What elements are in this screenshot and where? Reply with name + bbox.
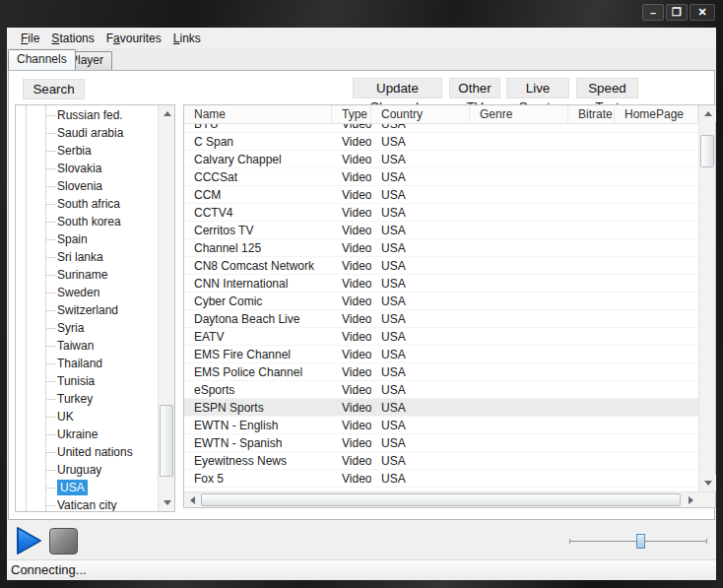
play-button[interactable] [15, 525, 44, 556]
tree-item-label: Taiwan [57, 339, 94, 353]
tree-item[interactable]: Switzerland [16, 301, 158, 319]
table-row[interactable]: Eyewitness NewsVideoUSA [184, 452, 698, 470]
tree-item[interactable]: Slovakia [16, 160, 158, 177]
table-row[interactable]: EMS Fire ChannelVideoUSA [184, 346, 698, 363]
stop-button[interactable] [49, 528, 78, 555]
table-row[interactable]: CCTV4VideoUSA [184, 204, 698, 222]
tree-item-label: UK [57, 410, 74, 424]
table-row[interactable]: Channel 125VideoUSA [184, 239, 698, 257]
cell-bitrate [568, 257, 615, 274]
column-header-country[interactable]: Country [371, 105, 470, 124]
tree-item[interactable]: Thailand [16, 355, 158, 372]
cell-bitrate [568, 399, 615, 416]
column-header-name[interactable]: Name [184, 105, 332, 124]
scroll-up-button[interactable] [699, 105, 716, 122]
table-row[interactable]: CN8 Comcast NetworkVideoUSA [184, 257, 698, 275]
tree-item[interactable]: Slovenia [16, 177, 158, 195]
table-row[interactable]: Daytona Beach LiveVideoUSA [184, 310, 698, 328]
tree-item-label: Saudi arabia [57, 126, 123, 140]
table-row[interactable]: C SpanVideoUSA [184, 133, 698, 151]
tree-scrollbar[interactable] [158, 105, 174, 511]
column-header-genre[interactable]: Genre [470, 105, 568, 124]
table-row[interactable]: CCMVideoUSA [184, 186, 698, 204]
search-button[interactable]: Search [23, 79, 85, 99]
table-row[interactable]: eSportsVideoUSA [184, 381, 698, 399]
tree-item[interactable]: Tunisia [16, 372, 158, 390]
scroll-right-button[interactable] [683, 492, 698, 507]
tree-item[interactable]: South korea [16, 213, 158, 230]
tree-connector [46, 115, 55, 116]
slider-thumb[interactable] [636, 534, 645, 549]
cell-homepage [615, 257, 698, 274]
table-horizontal-scrollbar[interactable] [184, 491, 715, 507]
table-vertical-scrollbar[interactable] [698, 105, 715, 491]
cell-type: Video [332, 124, 371, 132]
column-header-homepage[interactable]: HomePage [615, 105, 698, 124]
table-row[interactable]: EMS Police ChannelVideoUSA [184, 363, 698, 381]
column-header-bitrate[interactable]: Bitrate [568, 105, 615, 124]
table-row[interactable]: ESPN SportsVideoUSA [184, 399, 698, 417]
tree-item[interactable]: Uruguay [16, 461, 158, 479]
tree-item[interactable]: Syria [16, 319, 158, 337]
speed-test-button[interactable]: Speed Test [576, 78, 638, 98]
tree-item[interactable]: Saudi arabia [16, 124, 158, 142]
cell-genre [470, 124, 568, 132]
other-tv-button[interactable]: Other TV [449, 78, 500, 98]
tree-item[interactable]: Vatican city [16, 496, 158, 512]
table-row[interactable]: CNN InternationalVideoUSA [184, 275, 698, 293]
cell-genre [470, 204, 568, 221]
live-sports-button[interactable]: Live Sports [506, 78, 569, 98]
tree-item[interactable]: Sweden [16, 284, 158, 301]
maximize-button[interactable]: ❐ [666, 4, 688, 21]
update-channels-button[interactable]: Update Channels [353, 78, 442, 98]
cell-homepage [615, 293, 698, 309]
tree-item[interactable]: Sri lanka [16, 248, 158, 266]
scrollbar-thumb[interactable] [700, 135, 714, 167]
close-icon: ✕ [697, 6, 706, 19]
tree-item[interactable]: Taiwan [16, 337, 158, 355]
table-row[interactable]: Fox 5VideoUSA [184, 470, 698, 488]
scrollbar-thumb[interactable] [160, 405, 173, 477]
cell-country: USA [371, 293, 470, 309]
table-row[interactable]: Calvary ChappelVideoUSA [184, 151, 698, 168]
cell-country: USA [371, 452, 470, 469]
tree-item[interactable]: Russian fed. [16, 106, 158, 124]
menu-stations[interactable]: Stations [45, 30, 99, 47]
table-row[interactable]: EWTN - SpanishVideoUSA [184, 434, 698, 452]
tree-item[interactable]: UK [16, 408, 158, 425]
menu-links[interactable]: Links [167, 30, 207, 47]
tab-channels[interactable]: Channels [8, 49, 76, 70]
cell-genre [470, 417, 568, 433]
table-row[interactable]: EATVVideoUSA [184, 328, 698, 346]
tree-item-label: Vatican city [57, 498, 116, 512]
cell-type: Video [332, 275, 371, 292]
scroll-left-button[interactable] [184, 492, 200, 507]
cell-name: EATV [184, 328, 332, 345]
cell-type: Video [332, 328, 371, 345]
scroll-up-button[interactable] [159, 105, 175, 122]
table-row[interactable]: EWTN - EnglishVideoUSA [184, 417, 698, 434]
tree-item[interactable]: Ukraine [16, 425, 158, 443]
scroll-down-button[interactable] [159, 494, 175, 511]
tree-item[interactable]: Suriname [16, 266, 158, 284]
column-header-type[interactable]: Type [332, 105, 371, 124]
volume-slider[interactable] [569, 528, 707, 552]
tree-item[interactable]: United nations [16, 443, 158, 461]
tree-item[interactable]: Turkey [16, 390, 158, 408]
close-button[interactable]: ✕ [690, 4, 715, 21]
tree-item[interactable]: USA [16, 479, 158, 496]
scroll-down-button[interactable] [699, 475, 716, 491]
scrollbar-thumb[interactable] [201, 493, 681, 506]
title-bar[interactable]: – ❐ ✕ [0, 0, 723, 28]
menu-file[interactable]: File [15, 30, 45, 47]
table-row[interactable]: Cyber ComicVideoUSA [184, 293, 698, 310]
tree-item[interactable]: South africa [16, 195, 158, 213]
tree-item[interactable]: Spain [16, 230, 158, 248]
cell-homepage [615, 275, 698, 292]
table-row[interactable]: CCCSatVideoUSA [184, 168, 698, 186]
minimize-button[interactable]: – [642, 4, 664, 21]
menu-favourites[interactable]: Favourites [100, 30, 167, 47]
table-row[interactable]: BYUVideoUSA [184, 124, 698, 133]
tree-item[interactable]: Serbia [16, 142, 158, 160]
table-row[interactable]: Cerritos TVVideoUSA [184, 222, 698, 239]
